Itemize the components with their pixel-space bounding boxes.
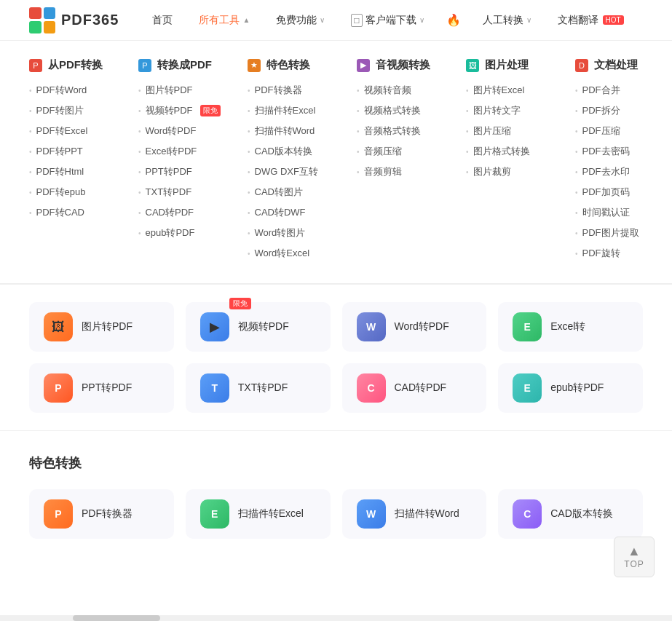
list-item[interactable]: •PDF转CAD xyxy=(29,206,138,219)
card-scan-excel[interactable]: E 扫描件转Excel xyxy=(186,489,331,539)
list-item[interactable]: •Word转Excel xyxy=(248,247,357,260)
from-pdf-items: •PDF转Word •PDF转图片 •PDF转Excel •PDF转PPT •P… xyxy=(29,84,138,219)
list-item[interactable]: •Word转图片 xyxy=(248,226,357,240)
pdf-converter-icon: P xyxy=(44,499,73,529)
nav-home[interactable]: 首页 xyxy=(148,11,177,30)
special-icon: ★ xyxy=(248,59,261,72)
cad-version-icon: C xyxy=(513,499,542,529)
arrow-up-icon: ▲ xyxy=(628,545,641,556)
list-item[interactable]: •图片格式转换 xyxy=(466,145,575,158)
list-item[interactable]: •PDF图片提取 xyxy=(575,226,672,240)
col-av-header: ▶ 音视频转换 xyxy=(357,58,466,72)
nav-all-tools[interactable]: 所有工具 ▲ xyxy=(194,11,254,30)
col-from-pdf: P 从PDF转换 •PDF转Word •PDF转图片 •PDF转Excel •P… xyxy=(29,58,138,260)
list-item[interactable]: •视频转音频 xyxy=(357,84,466,97)
card-word-to-pdf[interactable]: W Word转PDF xyxy=(342,302,487,352)
txt-to-pdf-icon: T xyxy=(200,373,229,403)
list-item[interactable]: •CAD转DWF xyxy=(248,206,357,219)
scan-excel-icon: E xyxy=(200,499,229,529)
list-item[interactable]: •PDF转Html xyxy=(29,165,138,178)
list-item[interactable]: •PDF转Word xyxy=(29,84,138,97)
scan-word-icon: W xyxy=(357,499,386,529)
list-item[interactable]: •DWG DXF互转 xyxy=(248,165,357,178)
list-item[interactable]: •图片裁剪 xyxy=(466,165,575,178)
list-item[interactable]: •PDF转PPT xyxy=(29,145,138,158)
list-item[interactable]: •PDF合并 xyxy=(575,84,672,97)
list-item[interactable]: •音频剪辑 xyxy=(357,165,466,178)
list-item[interactable]: •扫描件转Excel xyxy=(248,104,357,117)
card-label: CAD转PDF xyxy=(395,381,447,395)
col-special-header: ★ 特色转换 xyxy=(248,58,357,72)
chevron-down-icon: ∨ xyxy=(320,16,325,24)
col-from-pdf-header: P 从PDF转换 xyxy=(29,58,138,72)
nav-human-convert[interactable]: 人工转换 ∨ xyxy=(478,11,536,30)
list-item[interactable]: •PPT转PDF xyxy=(138,165,248,178)
img-to-pdf-icon: 🖼 xyxy=(44,312,73,341)
doc-icon: D xyxy=(575,59,588,72)
card-epub-to-pdf[interactable]: E epub转PDF xyxy=(498,363,643,413)
av-title: 音视频转换 xyxy=(376,58,430,72)
top-button[interactable]: ▲ TOP xyxy=(614,537,655,556)
doc-items: •PDF合并 •PDF拆分 •PDF压缩 •PDF去密码 •PDF去水印 •PD… xyxy=(575,84,672,260)
list-item[interactable]: •音频格式转换 xyxy=(357,124,466,138)
list-item[interactable]: •CAD转PDF xyxy=(138,206,248,219)
image-items: •图片转Excel •图片转文字 •图片压缩 •图片格式转换 •图片裁剪 xyxy=(466,84,575,178)
special-convert-section: 特色转换 P PDF转换器 E 扫描件转Excel W 扫描件转Word C C… xyxy=(0,431,672,556)
list-item[interactable]: •CAD版本转换 xyxy=(248,145,357,158)
image-icon: 🖼 xyxy=(466,59,479,72)
col-image: 🖼 图片处理 •图片转Excel •图片转文字 •图片压缩 •图片格式转换 •图… xyxy=(466,58,575,260)
card-video-to-pdf[interactable]: 限免 ▶ 视频转PDF xyxy=(186,302,331,352)
list-item[interactable]: •PDF去密码 xyxy=(575,145,672,158)
card-cad-version[interactable]: C CAD版本转换 xyxy=(498,489,643,539)
list-item[interactable]: •TXT转PDF xyxy=(138,186,248,199)
list-item[interactable]: •PDF拆分 xyxy=(575,104,672,117)
list-item[interactable]: •PDF转换器 xyxy=(248,84,357,97)
cad-to-pdf-icon: C xyxy=(357,373,386,403)
from-pdf-icon: P xyxy=(29,59,42,72)
navigation: PDF365 首页 所有工具 ▲ 免费功能 ∨ □ 客户端下载 ∨ 🔥 人工转换… xyxy=(0,0,672,41)
list-item[interactable]: •图片转Excel xyxy=(466,84,575,97)
col-special: ★ 特色转换 •PDF转换器 •扫描件转Excel •扫描件转Word •CAD… xyxy=(248,58,357,260)
nav-doc-translate[interactable]: 文档翻译 HOT xyxy=(553,11,628,30)
nav-free[interactable]: 免费功能 ∨ xyxy=(272,11,329,30)
av-icon: ▶ xyxy=(357,59,370,72)
list-item[interactable]: •PDF旋转 xyxy=(575,247,672,260)
list-item[interactable]: •PDF去水印 xyxy=(575,165,672,178)
card-scan-word[interactable]: W 扫描件转Word xyxy=(342,489,487,539)
xian-mian-card-badge: 限免 xyxy=(229,298,251,309)
list-item[interactable]: •PDF转Excel xyxy=(29,124,138,138)
list-item[interactable]: •图片压缩 xyxy=(466,124,575,138)
card-pdf-converter[interactable]: P PDF转换器 xyxy=(29,489,174,539)
card-excel-to-pdf[interactable]: E Excel转 xyxy=(498,302,643,352)
to-pdf-icon: P xyxy=(138,59,151,72)
nav-download[interactable]: □ 客户端下载 ∨ xyxy=(347,11,428,30)
list-item[interactable]: •PDF转epub xyxy=(29,186,138,199)
card-txt-to-pdf[interactable]: T TXT转PDF xyxy=(186,363,331,413)
logo-icon xyxy=(29,7,55,33)
card-img-to-pdf[interactable]: 🖼 图片转PDF xyxy=(29,302,174,352)
list-item[interactable]: •时间戳认证 xyxy=(575,206,672,219)
list-item[interactable]: •CAD转图片 xyxy=(248,186,357,199)
card-label: 扫描件转Excel xyxy=(238,507,304,521)
image-title: 图片处理 xyxy=(485,58,529,72)
list-item[interactable]: •PDF加页码 xyxy=(575,186,672,199)
list-item[interactable]: •扫描件转Word xyxy=(248,124,357,138)
logo[interactable]: PDF365 xyxy=(29,7,119,33)
list-item[interactable]: •视频格式转换 xyxy=(357,104,466,117)
to-pdf-grid: 🖼 图片转PDF 限免 ▶ 视频转PDF W Word转PDF E Excel转… xyxy=(29,302,643,413)
chevron-down-icon2: ∨ xyxy=(419,16,424,24)
list-item[interactable]: •epub转PDF xyxy=(138,226,248,240)
list-item[interactable]: •音频压缩 xyxy=(357,145,466,158)
card-cad-to-pdf[interactable]: C CAD转PDF xyxy=(342,363,487,413)
list-item[interactable]: •视频转PDF限免 xyxy=(138,104,248,117)
card-label: 视频转PDF xyxy=(238,320,289,333)
card-ppt-to-pdf[interactable]: P PPT转PDF xyxy=(29,363,174,413)
list-item[interactable]: •图片转文字 xyxy=(466,104,575,117)
list-item[interactable]: •Excel转PDF xyxy=(138,145,248,158)
list-item[interactable]: •Word转PDF xyxy=(138,124,248,138)
col-doc-header: D 文档处理 xyxy=(575,58,672,72)
list-item[interactable]: •PDF压缩 xyxy=(575,124,672,138)
list-item[interactable]: •PDF转图片 xyxy=(29,104,138,117)
special-title: 特色转换 xyxy=(266,58,310,72)
list-item[interactable]: •图片转PDF xyxy=(138,84,248,97)
